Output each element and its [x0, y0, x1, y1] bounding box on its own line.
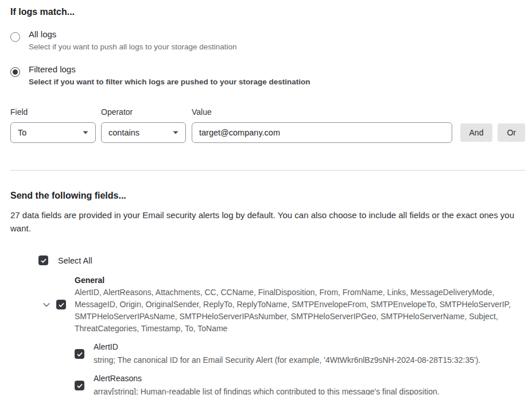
- fields-section-description: 27 data fields are provided in your Emai…: [10, 208, 521, 235]
- all-logs-label: All logs: [29, 29, 236, 40]
- filtered-logs-texts: Filtered logs Select if you want to filt…: [29, 64, 310, 87]
- operator-select[interactable]: contains: [101, 122, 186, 143]
- alertid-checkbox[interactable]: [75, 349, 84, 359]
- alertid-name: AlertID: [94, 342, 480, 353]
- field-item-alertid: AlertID string; The canonical ID for an …: [75, 342, 525, 366]
- or-button[interactable]: Or: [498, 123, 525, 142]
- select-all-label: Select All: [58, 256, 92, 265]
- value-label: Value: [192, 107, 452, 117]
- chevron-down-expand-icon[interactable]: [41, 300, 52, 310]
- field-group-general: General AlertID, AlertReasons, Attachmen…: [41, 274, 525, 335]
- alertreasons-name: AlertReasons: [94, 373, 440, 384]
- filtered-logs-description: Select if you want to filter which logs …: [29, 77, 310, 87]
- radio-option-all-logs[interactable]: All logs Select if you want to push all …: [10, 29, 525, 52]
- radio-dot: [13, 69, 18, 75]
- filtered-logs-radio[interactable]: [10, 67, 20, 77]
- section-divider: [10, 170, 525, 171]
- chevron-down-icon: [173, 131, 178, 134]
- general-group-fields-list: AlertID, AlertReasons, Attachments, CC, …: [75, 286, 520, 335]
- operator-label: Operator: [101, 107, 186, 117]
- logic-buttons: And Or: [460, 123, 525, 142]
- alertreasons-description: array[string]; Human-readable list of fi…: [94, 386, 440, 395]
- field-item-alertreasons: AlertReasons array[string]; Human-readab…: [75, 373, 525, 395]
- all-logs-texts: All logs Select if you want to push all …: [29, 29, 236, 52]
- alertreasons-texts: AlertReasons array[string]; Human-readab…: [94, 373, 440, 395]
- chevron-down-icon: [83, 131, 88, 134]
- field-select[interactable]: To: [10, 122, 96, 143]
- filter-builder-row: Field To Operator contains Value And: [10, 107, 525, 143]
- select-all-row[interactable]: Select All: [38, 255, 525, 265]
- all-logs-description: Select if you want to push all logs to y…: [29, 42, 236, 52]
- logpush-config-panel: If logs match... All logs Select if you …: [0, 0, 532, 395]
- general-group-checkbox[interactable]: [56, 300, 66, 309]
- all-logs-radio[interactable]: [10, 32, 20, 42]
- select-all-checkbox[interactable]: [38, 255, 48, 265]
- logs-match-heading: If logs match...: [10, 6, 525, 17]
- field-column: Field To: [10, 107, 96, 143]
- filtered-logs-label: Filtered logs: [29, 64, 310, 75]
- field-select-value: To: [18, 128, 26, 137]
- fields-section-heading: Send the following fields...: [10, 190, 525, 201]
- and-button[interactable]: And: [460, 123, 493, 142]
- alertid-description: string; The canonical ID for an Email Se…: [94, 354, 480, 366]
- operator-select-value: contains: [108, 128, 139, 137]
- value-column: Value: [192, 107, 452, 143]
- general-group-texts: General AlertID, AlertReasons, Attachmen…: [75, 274, 520, 335]
- alertreasons-checkbox[interactable]: [75, 381, 84, 390]
- radio-option-filtered-logs[interactable]: Filtered logs Select if you want to filt…: [10, 64, 525, 87]
- field-label: Field: [10, 107, 96, 117]
- general-group-title: General: [75, 274, 520, 286]
- alertid-texts: AlertID string; The canonical ID for an …: [94, 342, 480, 366]
- value-input[interactable]: [192, 122, 452, 143]
- operator-column: Operator contains: [96, 107, 186, 143]
